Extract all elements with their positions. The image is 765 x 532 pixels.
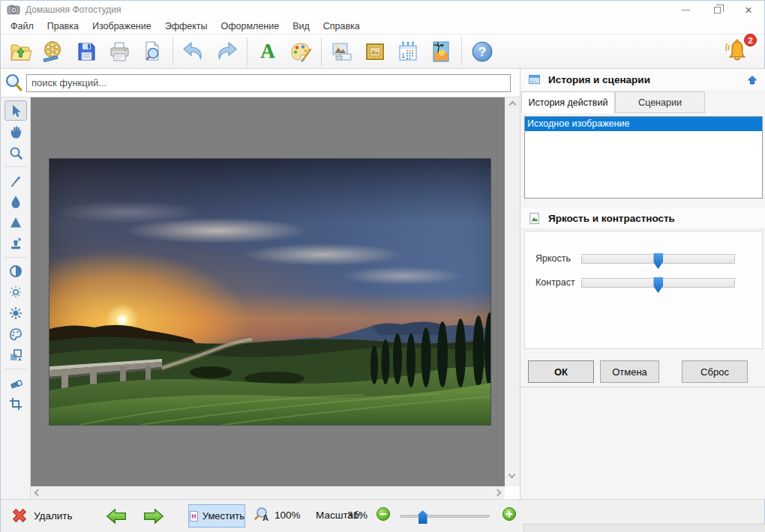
tool-eraser[interactable]: [4, 372, 27, 393]
sharpen-triangle-icon: [8, 215, 23, 230]
tab-scenarios[interactable]: Сценарии: [615, 91, 705, 113]
scroll-left-icon[interactable]: [34, 489, 42, 497]
canvas-area[interactable]: [31, 97, 505, 486]
history-panel-title: История и сценарии: [548, 74, 650, 85]
brightness-slider-thumb[interactable]: [653, 253, 663, 269]
print-icon: [107, 40, 131, 64]
calendar-day-glyph: 1: [401, 52, 405, 59]
zoom-slider[interactable]: [400, 515, 490, 518]
text-scale-control[interactable]: A 100%: [254, 506, 301, 524]
ok-button[interactable]: ОК: [528, 360, 594, 383]
transform-icon: [8, 348, 23, 363]
eraser-icon: [8, 375, 23, 390]
save-button[interactable]: [70, 36, 103, 67]
minimize-button[interactable]: [670, 1, 701, 19]
zoom-in-button[interactable]: [502, 507, 517, 524]
adjust-section-title: Яркость и контрастность: [548, 213, 675, 224]
tool-clone-stamp[interactable]: [4, 233, 27, 253]
adjust-buttons-row: ОК Отмена Сброс: [520, 360, 765, 384]
tool-zoom[interactable]: [4, 142, 27, 163]
close-button[interactable]: ×: [733, 1, 764, 19]
app-title: Домашняя Фотостудия: [26, 4, 121, 15]
redo-button[interactable]: [210, 36, 243, 67]
delete-button[interactable]: Удалить: [10, 506, 73, 525]
print-button[interactable]: [103, 36, 136, 67]
open-file-button[interactable]: [4, 36, 37, 67]
help-button[interactable]: ?: [466, 36, 499, 67]
contrast-icon: [8, 264, 23, 279]
tool-contrast[interactable]: [4, 261, 27, 281]
tool-pan-hand[interactable]: [4, 121, 27, 142]
tool-crop[interactable]: [4, 393, 27, 414]
help-glyph: ?: [478, 45, 486, 59]
redo-icon: [214, 40, 239, 64]
history-list[interactable]: Исходное изображение: [524, 116, 763, 199]
search-input[interactable]: [26, 74, 511, 92]
cancel-button[interactable]: Отмена: [600, 360, 659, 383]
tool-transform[interactable]: [4, 345, 27, 365]
menu-help[interactable]: Справка: [316, 19, 367, 33]
fit-glyph: Н: [191, 512, 196, 519]
history-panel-icon: [528, 73, 541, 86]
postcard-button[interactable]: [424, 36, 458, 67]
horizontal-scrollbar[interactable]: [31, 486, 505, 499]
tool-brightness-dim[interactable]: [4, 282, 27, 302]
menu-decor[interactable]: Оформление: [214, 19, 286, 33]
brightness-slider[interactable]: [581, 254, 735, 264]
scroll-down-icon[interactable]: [508, 471, 516, 479]
menu-edit[interactable]: Правка: [40, 19, 86, 33]
reset-button[interactable]: Сброс: [682, 360, 748, 383]
menu-view[interactable]: Вид: [286, 19, 316, 33]
search-row: [1, 69, 520, 97]
calendar-icon: 1: [396, 40, 420, 64]
scroll-right-icon[interactable]: [494, 489, 502, 497]
zoom-icon: [8, 145, 23, 160]
color-palette-icon: [8, 327, 23, 342]
fit-button[interactable]: Н Уместить: [188, 504, 245, 528]
vertical-scrollbar[interactable]: [505, 97, 520, 486]
zoom-out-button[interactable]: [376, 507, 391, 524]
arrow-left-icon: [105, 507, 128, 526]
collapse-panel-button[interactable]: [745, 73, 760, 87]
menu-effects[interactable]: Эффекты: [158, 19, 214, 33]
paint-palette-icon: [289, 40, 313, 64]
help-icon: ?: [470, 39, 495, 64]
select-arrow-icon: [8, 103, 23, 118]
tool-blur-drop[interactable]: [4, 191, 27, 211]
preview-button[interactable]: [136, 36, 169, 67]
restore-button[interactable]: [701, 1, 733, 19]
tool-color-palette[interactable]: [4, 324, 27, 344]
tab-action-history[interactable]: История действий: [521, 91, 615, 113]
menu-image[interactable]: Изображение: [86, 19, 158, 33]
next-image-button[interactable]: [142, 506, 166, 527]
status-strip: [524, 524, 765, 532]
add-text-button[interactable]: A: [251, 36, 284, 67]
history-list-item[interactable]: Исходное изображение: [525, 117, 762, 131]
tool-sharpen-triangle[interactable]: [4, 212, 27, 232]
slideshow-reel-icon: [41, 40, 65, 64]
tool-brush[interactable]: [4, 170, 27, 190]
tool-select-arrow[interactable]: [4, 100, 27, 121]
zoom-slider-thumb[interactable]: [418, 510, 428, 524]
undo-button[interactable]: [177, 36, 210, 67]
blur-drop-icon: [8, 194, 23, 209]
photo-sunset-landscape[interactable]: [50, 159, 490, 425]
slideshow-button[interactable]: [37, 36, 70, 67]
frame-button[interactable]: [358, 36, 392, 67]
contrast-slider-thumb[interactable]: [653, 277, 663, 293]
contrast-slider[interactable]: [581, 278, 735, 288]
paint-button[interactable]: [284, 36, 317, 67]
calendar-button[interactable]: 1: [392, 36, 424, 67]
menu-file[interactable]: Файл: [4, 19, 40, 33]
brightness-dim-icon: [8, 285, 23, 300]
tool-strip-separator: [4, 257, 27, 258]
notifications-button[interactable]: 2: [724, 37, 754, 67]
history-tabs: История действий Сценарии: [521, 91, 765, 113]
montage-button[interactable]: [326, 36, 358, 67]
delete-x-icon: [10, 506, 29, 525]
notification-badge: 2: [744, 34, 757, 46]
previous-image-button[interactable]: [104, 506, 128, 527]
bottom-bar: Удалить Н Уместить A 100% Масштаб: 31%: [1, 499, 764, 532]
tool-brightness-sun[interactable]: [4, 303, 27, 323]
scroll-up-icon[interactable]: [508, 101, 516, 109]
